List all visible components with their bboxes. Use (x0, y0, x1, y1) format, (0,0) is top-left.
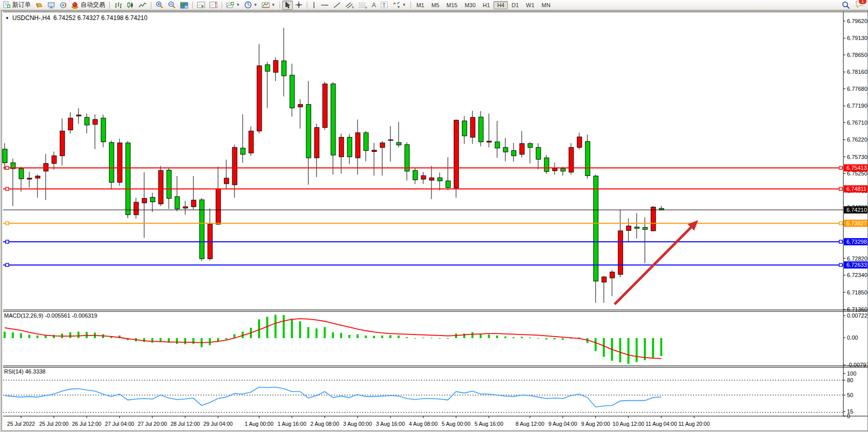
fibonacci-tool-button[interactable]: F (357, 1, 370, 10)
time-axis-label[interactable]: 11 Aug 04:00 (645, 421, 677, 427)
candle-bearish[interactable] (405, 145, 409, 171)
line-handle[interactable] (839, 166, 842, 169)
candle-bullish[interactable] (388, 140, 393, 140)
candle-bearish[interactable] (85, 117, 89, 125)
candle-bearish[interactable] (561, 168, 565, 171)
timeframe-button-d1[interactable]: D1 (508, 1, 522, 9)
time-axis-label[interactable]: 3 Aug 00:00 (343, 421, 372, 427)
candle-bearish[interactable] (544, 158, 549, 172)
time-axis-label[interactable]: 9 Aug 04:00 (548, 421, 577, 427)
candle-bullish[interactable] (618, 231, 623, 274)
candle-bullish[interactable] (257, 66, 262, 131)
candle-bullish[interactable] (52, 156, 56, 164)
candle-bearish[interactable] (643, 227, 647, 229)
candle-bearish[interactable] (364, 133, 368, 151)
candle-bullish[interactable] (249, 131, 253, 153)
crosshair-tool-button[interactable] (293, 1, 305, 10)
candle-bullish[interactable] (610, 272, 615, 278)
time-axis-label[interactable]: 27 Jul 04:00 (105, 421, 134, 427)
time-axis-label[interactable]: 5 Aug 00:00 (442, 421, 470, 427)
candle-bullish[interactable] (577, 137, 582, 147)
line-handle[interactable] (839, 222, 842, 225)
candle-bullish[interactable] (454, 120, 459, 188)
line-handle[interactable] (6, 166, 9, 169)
candle-bearish[interactable] (282, 61, 286, 76)
news-button[interactable] (57, 1, 69, 10)
time-axis-label[interactable]: 2 Aug 08:00 (310, 421, 339, 427)
time-axis-label[interactable]: 1 Aug 00:00 (245, 421, 273, 427)
arrows-tool-button[interactable]: ▼ (390, 1, 408, 10)
candle-bearish[interactable] (462, 121, 467, 136)
candle-bearish[interactable] (109, 143, 114, 183)
candle-bearish[interactable] (528, 144, 532, 147)
candle-bearish[interactable] (331, 84, 336, 155)
candle-bearish[interactable] (290, 75, 294, 108)
candle-bullish[interactable] (273, 61, 278, 72)
line-chart-mode-button[interactable] (136, 1, 149, 10)
bar-chart-mode-button[interactable] (112, 1, 124, 10)
tile-windows-button[interactable] (178, 1, 190, 10)
vertical-line-tool-button[interactable] (309, 1, 319, 10)
candle-bearish[interactable] (241, 148, 245, 154)
candle-bullish[interactable] (44, 164, 48, 171)
candle-bearish[interactable] (3, 149, 7, 163)
zoom-out-button[interactable] (166, 1, 178, 10)
line-handle[interactable] (6, 187, 9, 190)
candle-bullish[interactable] (569, 147, 574, 172)
timeframe-button-m15[interactable]: M15 (443, 1, 461, 9)
candle-bearish[interactable] (397, 143, 401, 145)
text-label-tool-button[interactable]: T (378, 1, 390, 10)
candle-bullish[interactable] (183, 207, 188, 208)
periods-button[interactable]: ▼ (242, 1, 260, 10)
collapse-triangle-icon[interactable]: ▼ (5, 16, 9, 21)
candle-bearish[interactable] (265, 65, 270, 71)
candle-bearish[interactable] (479, 117, 483, 142)
candle-bullish[interactable] (520, 144, 524, 154)
time-axis-label[interactable]: 8 Aug 12:00 (516, 421, 544, 427)
time-axis-label[interactable]: 29 Jul 04:00 (203, 421, 232, 427)
time-axis-label[interactable]: 3 Aug 16:00 (376, 421, 405, 427)
candle-bullish[interactable] (323, 84, 327, 127)
timeframe-button-m5[interactable]: M5 (428, 1, 443, 9)
candle-bullish[interactable] (76, 115, 81, 116)
candle-bullish[interactable] (626, 226, 631, 230)
time-axis-label[interactable]: 4 Aug 08:00 (409, 421, 438, 427)
chart-shift-button[interactable] (207, 1, 220, 10)
chart-canvas[interactable]: 6.796206.791306.786506.781606.776806.771… (2, 11, 867, 430)
time-axis-label[interactable]: 25 Jul 2022 (7, 421, 35, 427)
candle-bullish[interactable] (429, 178, 434, 180)
candle-bearish[interactable] (347, 138, 352, 157)
candle-bullish[interactable] (142, 199, 147, 203)
candle-bearish[interactable] (200, 200, 204, 259)
candle-bearish[interactable] (438, 178, 442, 181)
search-button[interactable] (840, 1, 852, 10)
indicators-button[interactable]: ▼ (224, 1, 242, 10)
candle-bullish[interactable] (356, 133, 360, 158)
auto-scroll-button[interactable] (195, 1, 207, 10)
candle-bullish[interactable] (216, 189, 221, 224)
candle-bearish[interactable] (635, 227, 639, 228)
candle-bullish[interactable] (602, 277, 606, 282)
candle-bullish[interactable] (298, 105, 303, 107)
candle-bullish[interactable] (60, 131, 65, 155)
candle-bullish[interactable] (314, 128, 319, 158)
candle-bullish[interactable] (339, 138, 344, 157)
candle-bullish[interactable] (159, 170, 163, 204)
time-axis-label[interactable]: 1 Aug 16:00 (278, 421, 306, 427)
time-axis-label[interactable]: 27 Jul 20:00 (137, 421, 167, 427)
candle-bearish[interactable] (167, 170, 171, 199)
candle-bullish[interactable] (117, 143, 122, 182)
market-watch-button[interactable] (45, 1, 57, 10)
candle-bearish[interactable] (175, 197, 180, 209)
timeframe-button-m30[interactable]: M30 (461, 1, 479, 9)
time-axis-label[interactable]: 25 Jul 20:00 (39, 421, 68, 427)
candle-bearish[interactable] (413, 170, 418, 180)
candle-bullish[interactable] (27, 178, 32, 179)
candle-bearish[interactable] (126, 143, 130, 214)
candle-bullish[interactable] (470, 117, 475, 138)
zoom-in-button[interactable] (153, 1, 166, 10)
candle-bearish[interactable] (19, 169, 24, 179)
timeframe-button-h4[interactable]: H4 (494, 1, 508, 9)
candle-bearish[interactable] (495, 142, 500, 148)
time-axis-label[interactable]: 28 Jul 12:00 (170, 421, 200, 427)
